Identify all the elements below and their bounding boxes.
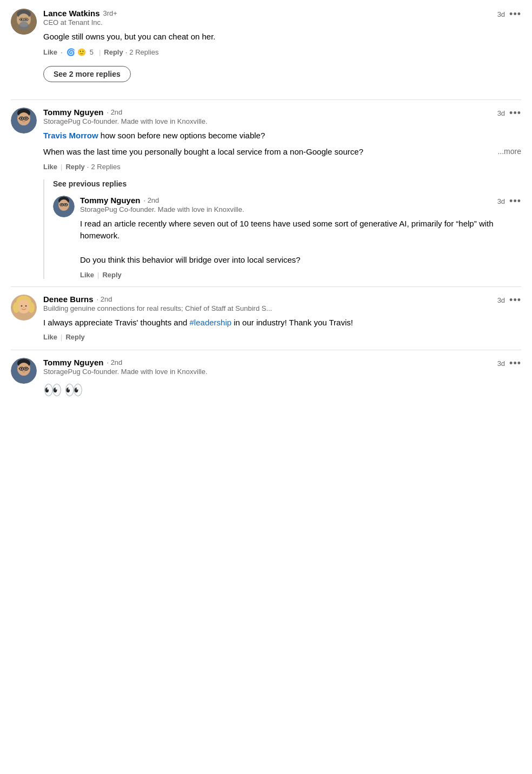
svg-point-6 (25, 19, 27, 21)
title-tommy-2: StoragePug Co-founder. Made with love in… (43, 368, 208, 376)
avatar-tommy-1 (11, 108, 37, 134)
svg-point-41 (18, 300, 30, 313)
comment-tommy-1: Tommy Nguyen · 2nd StoragePug Co-founder… (11, 108, 521, 171)
time-tommy-reply: 3d (497, 197, 505, 205)
reply-btn-tommy-1[interactable]: Reply (65, 163, 84, 171)
title-tommy-1: StoragePug Co-founder. Made with love in… (43, 117, 208, 125)
more-options-lance[interactable]: ••• (509, 9, 521, 20)
comment-text-lance: Google still owns you, but you can cheat… (43, 31, 521, 43)
see-more-replies-btn[interactable]: See 2 more replies (43, 66, 131, 82)
divider-1 (11, 99, 521, 100)
author-name-tommy-2[interactable]: Tommy Nguyen (43, 358, 103, 367)
author-name-tommy-reply[interactable]: Tommy Nguyen (80, 196, 140, 205)
replies-count-tommy-1[interactable]: 2 Replies (91, 163, 120, 171)
svg-point-49 (21, 368, 23, 370)
more-btn-tommy-1[interactable]: ...more (497, 146, 521, 157)
comment-actions-tommy-reply: Like | Reply (80, 271, 521, 279)
degree-tommy-reply: · 2nd (143, 196, 159, 204)
comment-body-lance: Lance Watkins 3rd+ CEO at Tenant Inc. 3d… (43, 9, 521, 57)
more-options-denee[interactable]: ••• (509, 295, 521, 306)
comment-actions-tommy-1: Like | Reply · 2 Replies (43, 163, 521, 171)
comment-body-tommy-reply: Tommy Nguyen · 2nd StoragePug Co-founder… (80, 196, 521, 279)
svg-line-54 (28, 369, 29, 369)
degree-tommy-1: · 2nd (107, 108, 122, 116)
comment-tommy-2: Tommy Nguyen · 2nd StoragePug Co-founder… (11, 358, 521, 399)
divider-2 (11, 286, 521, 287)
time-denee: 3d (497, 296, 505, 304)
author-name-denee[interactable]: Denee Burns (43, 295, 94, 304)
like-btn-tommy-1[interactable]: Like (43, 163, 57, 171)
reaction-icon-1: 🌀 (66, 48, 76, 57)
divider-3 (11, 350, 521, 350)
reaction-count-lance: 5 (90, 48, 94, 56)
time-lance: 3d (497, 10, 505, 18)
title-denee: Building genuine connections for real re… (43, 304, 272, 312)
mention-travis[interactable]: Travis Morrow (43, 131, 98, 140)
comment-header-lance: Lance Watkins 3rd+ CEO at Tenant Inc. 3d… (43, 9, 521, 26)
svg-line-22 (19, 118, 20, 119)
comment-text-denee: I always appreciate Travis' thoughts and… (43, 317, 521, 329)
svg-point-30 (65, 204, 66, 205)
more-options-tommy-1[interactable]: ••• (509, 108, 521, 119)
comment-header-tommy-reply: Tommy Nguyen · 2nd StoragePug Co-founder… (80, 196, 521, 213)
author-info-lance: Lance Watkins 3rd+ CEO at Tenant Inc. (43, 9, 117, 26)
author-info-denee: Denee Burns · 2nd Building genuine conne… (43, 295, 272, 312)
degree-tommy-2: · 2nd (107, 358, 122, 366)
comment-tommy-reply: Tommy Nguyen · 2nd StoragePug Co-founder… (53, 196, 521, 279)
svg-point-44 (23, 306, 24, 308)
comment-text-tommy-1b: When was the last time you personally bo… (43, 146, 521, 158)
comment-denee: Denee Burns · 2nd Building genuine conne… (11, 295, 521, 342)
reaction-icons-lance: 🌀 🙂 (66, 48, 87, 57)
svg-point-8 (19, 22, 28, 27)
comment-header-tommy-1: Tommy Nguyen · 2nd StoragePug Co-founder… (43, 108, 521, 125)
see-previous-btn[interactable]: See previous replies (53, 179, 521, 188)
svg-point-29 (61, 204, 63, 205)
reaction-icon-2: 🙂 (77, 48, 87, 57)
comment-header-denee: Denee Burns · 2nd Building genuine conne… (43, 295, 521, 312)
comment-text-tommy-reply: I read an article recently where seven o… (80, 218, 521, 266)
emoji-eyes-1: 👀 (43, 381, 62, 399)
svg-line-34 (68, 204, 69, 205)
more-options-tommy-2[interactable]: ••• (509, 358, 521, 369)
svg-point-18 (21, 117, 23, 119)
svg-point-43 (25, 305, 27, 306)
comment-actions-denee: Like | Reply (43, 333, 521, 341)
author-info-tommy-1: Tommy Nguyen · 2nd StoragePug Co-founder… (43, 108, 208, 125)
reply-btn-lance[interactable]: Reply (104, 48, 123, 56)
author-info-tommy-reply: Tommy Nguyen · 2nd StoragePug Co-founder… (80, 196, 244, 213)
comment-body-tommy-2: Tommy Nguyen · 2nd StoragePug Co-founder… (43, 358, 521, 399)
reply-btn-tommy-reply[interactable]: Reply (102, 271, 121, 279)
title-lance: CEO at Tenant Inc. (43, 18, 117, 26)
svg-point-5 (21, 19, 23, 21)
comment-section: Lance Watkins 3rd+ CEO at Tenant Inc. 3d… (0, 0, 532, 416)
avatar-tommy-2 (11, 358, 37, 384)
svg-line-53 (19, 369, 20, 369)
author-info-tommy-2: Tommy Nguyen · 2nd StoragePug Co-founder… (43, 358, 208, 376)
replies-count-lance[interactable]: 2 Replies (129, 48, 158, 56)
author-name-lance[interactable]: Lance Watkins (43, 9, 99, 18)
time-tommy-2: 3d (497, 359, 505, 368)
svg-line-33 (59, 204, 61, 205)
comment-header-tommy-2: Tommy Nguyen · 2nd StoragePug Co-founder… (43, 358, 521, 376)
thread-tommy-1: See previous replies (43, 179, 521, 279)
svg-point-19 (25, 117, 27, 119)
svg-point-42 (21, 305, 23, 306)
like-btn-denee[interactable]: Like (43, 333, 57, 341)
comment-text-tommy-1: Travis Morrow how soon before new option… (43, 130, 521, 142)
comment-lance: Lance Watkins 3rd+ CEO at Tenant Inc. 3d… (11, 9, 521, 57)
comment-body-tommy-1: Tommy Nguyen · 2nd StoragePug Co-founder… (43, 108, 521, 171)
avatar-tommy-reply (53, 196, 75, 217)
more-options-tommy-reply[interactable]: ••• (509, 196, 521, 207)
author-name-tommy-1[interactable]: Tommy Nguyen (43, 108, 103, 117)
svg-line-23 (28, 118, 29, 119)
avatar-denee (11, 295, 37, 321)
emoji-eyes-2: 👀 (64, 381, 83, 399)
like-btn-tommy-reply[interactable]: Like (80, 271, 94, 279)
degree-lance: 3rd+ (103, 9, 117, 17)
time-tommy-1: 3d (497, 109, 505, 117)
hashtag-leadership[interactable]: #leadership (190, 318, 232, 327)
reply-btn-denee[interactable]: Reply (65, 333, 84, 341)
comment-actions-lance: Like · 🌀 🙂 5 | Reply · 2 Replies (43, 48, 521, 57)
degree-denee: · 2nd (97, 295, 112, 303)
svg-point-50 (25, 368, 27, 370)
